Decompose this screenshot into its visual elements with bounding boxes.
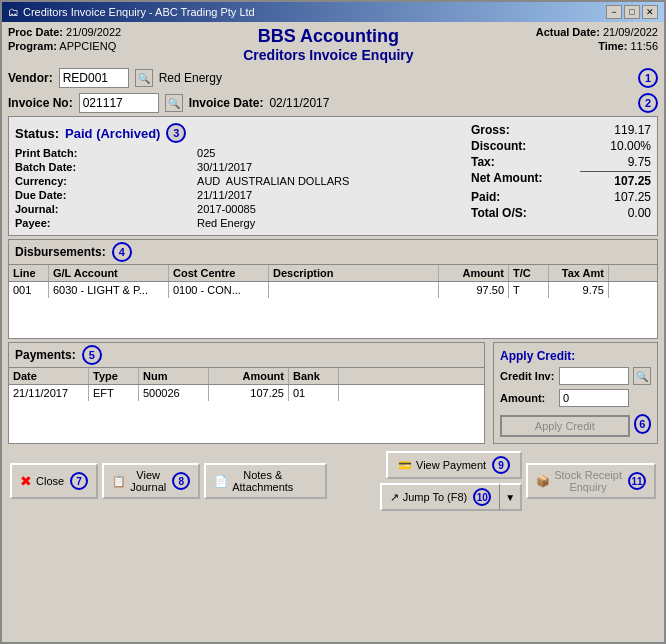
col-tax: Tax Amt — [549, 265, 609, 281]
batch-date-label: Batch Date: — [15, 161, 189, 173]
net-amount-label: Net Amount: — [471, 171, 572, 188]
actual-date-label: Actual Date: — [536, 26, 600, 38]
credit-inv-label: Credit Inv: — [500, 370, 555, 382]
invoice-search-button[interactable]: 🔍 — [165, 94, 183, 112]
vendor-code-input[interactable] — [59, 68, 129, 88]
close-button[interactable]: ✖ Close 7 — [10, 463, 98, 499]
apply-credit-title: Apply Credit: — [500, 349, 651, 363]
apply-credit-panel: Apply Credit: Credit Inv: 🔍 Amount: Appl… — [493, 342, 658, 444]
notes-button[interactable]: 📄 Notes &Attachments — [204, 463, 327, 499]
time-label: Time: — [598, 40, 627, 52]
row-tc: T — [509, 282, 549, 298]
close-icon: ✖ — [20, 473, 32, 489]
tax-value: 9.75 — [580, 155, 651, 169]
notes-icon: 📄 — [214, 475, 228, 488]
row-amount: 97.50 — [439, 282, 509, 298]
print-batch-value: 025 — [197, 147, 461, 159]
disbursements-header: Line G/L Account Cost Centre Description… — [9, 265, 657, 282]
invoice-label: Invoice No: — [8, 96, 73, 110]
invoice-date-label: Invoice Date: — [189, 96, 264, 110]
vendor-badge: 1 — [638, 68, 658, 88]
journal-icon: 📋 — [112, 475, 126, 488]
currency-label: Currency: — [15, 175, 189, 187]
module-name: Creditors Invoice Enquiry — [121, 47, 536, 63]
view-payment-badge: 9 — [492, 456, 510, 474]
payments-badge: 5 — [82, 345, 102, 365]
row-tax: 9.75 — [549, 282, 609, 298]
col-amount: Amount — [439, 265, 509, 281]
row-line: 001 — [9, 282, 49, 298]
time-value: 11:56 — [630, 40, 658, 52]
proc-date-value: 21/09/2022 — [66, 26, 121, 38]
stock-badge: 11 — [628, 472, 646, 490]
jump-to-button[interactable]: ↗ Jump To (F8) 10 — [380, 483, 500, 511]
minimize-button[interactable]: − — [606, 5, 622, 19]
pay-col-bank: Bank — [289, 368, 339, 384]
jump-dropdown-button[interactable]: ▼ — [499, 483, 522, 511]
credit-inv-input[interactable] — [559, 367, 629, 385]
payee-value: Red Energy — [197, 217, 461, 229]
view-journal-button[interactable]: 📋 ViewJournal 8 — [102, 463, 200, 499]
pay-num: 500026 — [139, 385, 209, 401]
app-name: BBS Accounting — [121, 26, 536, 47]
gross-value: 119.17 — [580, 123, 651, 137]
journal-label: Journal: — [15, 203, 189, 215]
vendor-search-button[interactable]: 🔍 — [135, 69, 153, 87]
pay-col-date: Date — [9, 368, 89, 384]
paid-value: 107.25 — [580, 190, 651, 204]
vendor-label: Vendor: — [8, 71, 53, 85]
pay-date: 21/11/2017 — [9, 385, 89, 401]
maximize-button[interactable]: □ — [624, 5, 640, 19]
status-value: Paid (Archived) — [65, 126, 160, 141]
stock-receipt-button[interactable]: 📦 Stock ReceiptEnquiry 11 — [526, 463, 656, 499]
view-payment-button[interactable]: 💳 View Payment 9 — [386, 451, 522, 479]
proc-date-label: Proc Date: — [8, 26, 63, 38]
row-desc — [269, 282, 439, 298]
disbursements-title: Disbursements: — [15, 245, 106, 259]
vendor-name: Red Energy — [159, 71, 222, 85]
credit-search-button[interactable]: 🔍 — [633, 367, 651, 385]
disbursements-badge: 4 — [112, 242, 132, 262]
total-os-label: Total O/S: — [471, 206, 572, 220]
window-title: Creditors Invoice Enquiry - ABC Trading … — [23, 6, 255, 18]
journal-value: 2017-00085 — [197, 203, 461, 215]
col-desc: Description — [269, 265, 439, 281]
col-cost: Cost Centre — [169, 265, 269, 281]
payments-title: Payments: — [15, 348, 76, 362]
apply-credit-button[interactable]: Apply Credit — [500, 415, 630, 437]
col-line: Line — [9, 265, 49, 281]
titlebar: 🗂 Creditors Invoice Enquiry - ABC Tradin… — [2, 2, 664, 22]
stock-icon: 📦 — [536, 475, 550, 488]
tax-label: Tax: — [471, 155, 572, 169]
pay-col-type: Type — [89, 368, 139, 384]
program-value: APPCIENQ — [59, 40, 116, 52]
total-os-value: 0.00 — [580, 206, 651, 220]
status-label: Status: — [15, 126, 59, 141]
payment-icon: 💳 — [398, 459, 412, 472]
due-date-value: 21/11/2017 — [197, 189, 461, 201]
invoice-number-input[interactable] — [79, 93, 159, 113]
pay-col-num: Num — [139, 368, 209, 384]
invoice-badge: 2 — [638, 93, 658, 113]
payments-header: Date Type Num Amount Bank — [9, 368, 484, 385]
pay-amount: 107.25 — [209, 385, 289, 401]
footer-buttons: ✖ Close 7 📋 ViewJournal 8 📄 Notes &Attac… — [8, 447, 658, 515]
currency-value: AUD AUSTRALIAN DOLLARS — [197, 175, 461, 187]
pay-type: EFT — [89, 385, 139, 401]
payment-row: 21/11/2017 EFT 500026 107.25 01 — [9, 385, 484, 401]
jump-to-group: ↗ Jump To (F8) 10 ▼ — [380, 483, 523, 511]
discount-label: Discount: — [471, 139, 572, 153]
credit-amount-input[interactable] — [559, 389, 629, 407]
row-cost: 0100 - CON... — [169, 282, 269, 298]
close-badge: 7 — [70, 472, 88, 490]
pay-bank: 01 — [289, 385, 339, 401]
print-batch-label: Print Batch: — [15, 147, 189, 159]
batch-date-value: 30/11/2017 — [197, 161, 461, 173]
status-badge: 3 — [166, 123, 186, 143]
apply-credit-badge: 6 — [634, 414, 651, 434]
disbursement-row: 001 6030 - LIGHT & P... 0100 - CON... 97… — [9, 282, 657, 298]
jump-icon: ↗ — [390, 491, 399, 504]
close-window-button[interactable]: ✕ — [642, 5, 658, 19]
col-gl: G/L Account — [49, 265, 169, 281]
row-gl: 6030 - LIGHT & P... — [49, 282, 169, 298]
